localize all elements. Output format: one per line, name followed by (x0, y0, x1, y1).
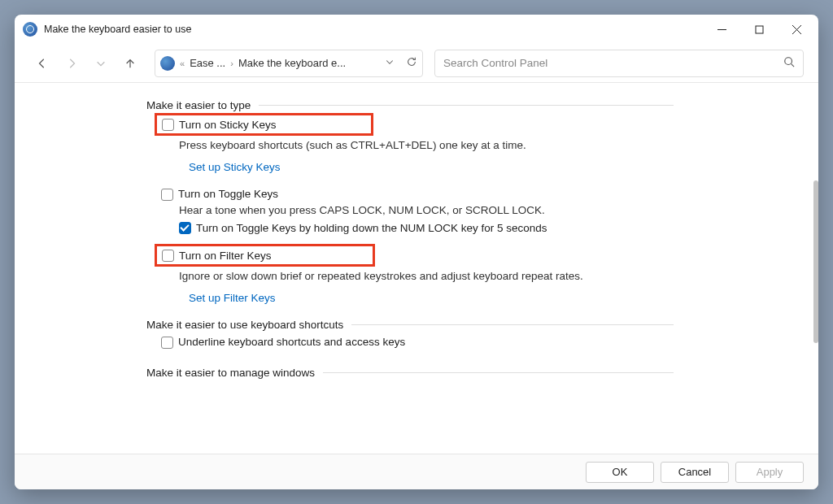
label-filter-keys[interactable]: Turn on Filter Keys (179, 250, 368, 262)
desc-toggle-keys: Hear a tone when you press CAPS LOCK, NU… (179, 204, 674, 216)
highlight-filter-keys: Turn on Filter Keys (155, 244, 375, 267)
address-bar[interactable]: « Ease ... › Make the keyboard e... (155, 50, 423, 77)
breadcrumb-part-1[interactable]: Ease ... (190, 57, 225, 69)
minimize-button[interactable] (703, 15, 740, 44)
link-setup-sticky-keys[interactable]: Set up Sticky Keys (189, 161, 674, 173)
search-input[interactable] (443, 57, 783, 69)
link-setup-filter-keys[interactable]: Set up Filter Keys (189, 292, 674, 304)
section-heading-shortcuts: Make it easier to use keyboard shortcuts (146, 319, 674, 331)
recent-dropdown-button[interactable] (88, 50, 114, 76)
navbar: « Ease ... › Make the keyboard e... (15, 44, 818, 83)
section-heading-type: Make it easier to type (146, 99, 674, 111)
chevron-right-icon: › (230, 59, 233, 68)
breadcrumb-part-2[interactable]: Make the keyboard e... (238, 57, 346, 69)
svg-rect-1 (756, 26, 763, 33)
svg-line-5 (792, 63, 795, 67)
window-title: Make the keyboard easier to use (44, 24, 703, 35)
apply-button[interactable]: Apply (735, 462, 804, 483)
label-toggle-keys[interactable]: Turn on Toggle Keys (178, 188, 278, 200)
label-sticky-keys[interactable]: Turn on Sticky Keys (179, 119, 366, 131)
checkbox-filter-keys[interactable] (162, 250, 174, 262)
checkbox-sticky-keys[interactable] (162, 119, 174, 131)
highlight-sticky-keys: Turn on Sticky Keys (155, 113, 373, 136)
label-toggle-hold[interactable]: Turn on Toggle Keys by holding down the … (196, 222, 547, 234)
maximize-button[interactable] (740, 15, 778, 44)
svg-point-4 (785, 57, 792, 64)
search-icon (783, 56, 795, 71)
checkbox-underline-shortcuts[interactable] (161, 337, 173, 349)
titlebar: Make the keyboard easier to use (15, 15, 818, 44)
breadcrumb-prefix: « (180, 59, 185, 68)
address-bar-icon (160, 56, 175, 71)
section-heading-windows: Make it easier to manage windows (146, 367, 674, 379)
back-button[interactable] (29, 50, 55, 76)
desc-filter-keys: Ignore or slow down brief or repeated ke… (179, 270, 674, 282)
address-dropdown-button[interactable] (385, 57, 395, 69)
control-panel-icon (23, 22, 37, 37)
cancel-button[interactable]: Cancel (661, 462, 729, 483)
close-button[interactable] (778, 15, 815, 44)
label-underline-shortcuts[interactable]: Underline keyboard shortcuts and access … (178, 336, 405, 348)
footer: OK Cancel Apply (15, 454, 818, 489)
window: Make the keyboard easier to use « Ease .… (15, 15, 818, 489)
desc-sticky-keys: Press keyboard shortcuts (such as CTRL+A… (179, 139, 674, 151)
forward-button[interactable] (59, 50, 85, 76)
checkbox-toggle-keys[interactable] (161, 189, 173, 201)
content-area: Make it easier to type Turn on Sticky Ke… (15, 83, 818, 454)
checkbox-toggle-hold[interactable] (179, 222, 191, 234)
scrollbar-thumb[interactable] (813, 180, 818, 343)
search-bar[interactable] (434, 50, 804, 77)
up-button[interactable] (117, 50, 143, 76)
refresh-button[interactable] (406, 56, 417, 70)
ok-button[interactable]: OK (586, 462, 654, 483)
